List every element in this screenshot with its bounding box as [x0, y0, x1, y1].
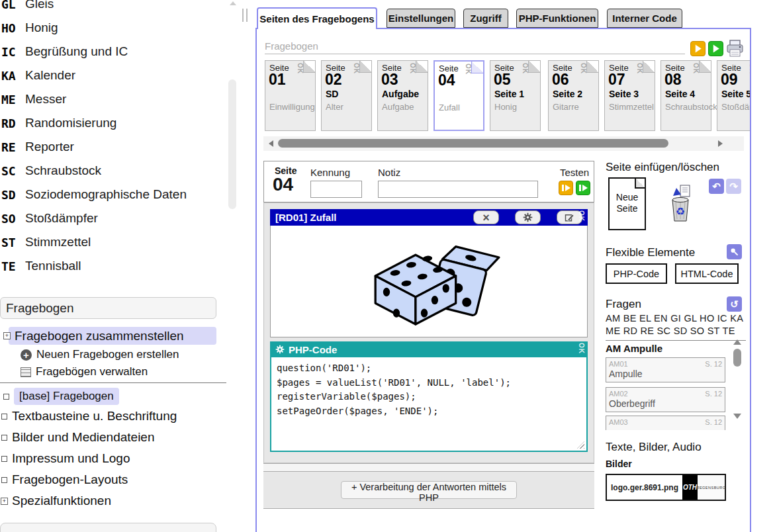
- questions-scrollbar-thumb[interactable]: [733, 349, 741, 367]
- page-number: 04: [273, 174, 293, 195]
- sidebar-item-neuen-fragebogen-erstellen[interactable]: + Neuen Fragebogen erstellen: [21, 347, 179, 363]
- new-page-draggable[interactable]: Neue Seite: [608, 177, 646, 230]
- tab-einstellungen[interactable]: Einstellungen: [387, 9, 455, 28]
- new-page-label: Neue Seite: [610, 192, 645, 214]
- splitter-handle[interactable]: [246, 9, 248, 22]
- question-code-filter-line1[interactable]: AM BE EL EN GI GL HO IC KA: [606, 313, 743, 324]
- question-card-am03[interactable]: AM03 S. 12: [606, 416, 725, 430]
- questions-scroll-up-arrow[interactable]: [733, 339, 741, 345]
- test-page-yellow-button[interactable]: [559, 181, 573, 195]
- sidebar-item-fragebogen-zusammenstellen[interactable]: + Fragebogen zusammenstellen: [9, 327, 216, 345]
- scrollbar-thumb[interactable]: [278, 139, 668, 148]
- php-block-header: PHP-Code OK: [270, 341, 588, 357]
- sidebar-item-ho[interactable]: HOHonig: [1, 16, 220, 40]
- start-play-green-button[interactable]: [708, 41, 723, 56]
- question-code: AM02: [609, 390, 628, 398]
- tile-number: 07: [608, 71, 625, 89]
- sidebar-item-textbausteine[interactable]: Textbausteine u. Beschriftung: [1, 408, 177, 425]
- php-code-text[interactable]: question('RD01'); $pages = valueList('RD…: [277, 361, 581, 418]
- redo-button[interactable]: ↷: [726, 179, 741, 194]
- sidebar-item-base-fragebogen[interactable]: [base] Fragebogen: [3, 388, 119, 405]
- php-code-editor[interactable]: question('RD01'); $pages = valueList('RD…: [270, 357, 588, 452]
- tile-label: Stoßdämpfer: [721, 102, 750, 112]
- sidebar-item-ka[interactable]: KAKalender: [1, 64, 220, 87]
- menu-label: Spezialfunktionen: [12, 494, 111, 508]
- gear-icon: [523, 212, 533, 222]
- preview-play-yellow-button[interactable]: [690, 41, 706, 56]
- sidebar-item-st[interactable]: STStimmzettel: [1, 230, 220, 254]
- sidebar-item-re[interactable]: REReporter: [1, 135, 220, 159]
- sidebar-item-impressum-logo[interactable]: Impressum und Logo: [1, 450, 130, 467]
- tree-expand-icon[interactable]: +: [3, 332, 11, 339]
- tree-leaf-icon[interactable]: [1, 477, 7, 483]
- page-tile-02[interactable]: OKSeite02SDAlter: [321, 60, 372, 131]
- notiz-input[interactable]: [378, 181, 538, 198]
- print-button[interactable]: [726, 40, 744, 57]
- sidebar-item-fragebogen-layouts[interactable]: Fragebogen-Layouts: [1, 471, 128, 488]
- delete-question-button[interactable]: ×: [473, 210, 499, 224]
- notiz-label: Notiz: [378, 167, 400, 178]
- sidebar-scroll-up-arrow[interactable]: [230, 1, 236, 5]
- page-tile-08[interactable]: OKSeite08Seite 4Schraubstock: [661, 60, 711, 131]
- tree-expand-icon[interactable]: +: [1, 498, 8, 505]
- tile-label: Gitarre: [553, 102, 579, 112]
- sidebar-item-sc[interactable]: SCSchraubstock: [1, 159, 220, 183]
- scroll-left-arrow[interactable]: [269, 140, 273, 147]
- ok-marker: OK: [409, 63, 416, 74]
- sidebar-item-ic[interactable]: ICBegrüßung und IC: [1, 40, 220, 64]
- page-tile-01[interactable]: OKSeite01Einwilligung: [265, 60, 316, 131]
- test-page-green-button[interactable]: [576, 181, 590, 195]
- page-tile-05[interactable]: OKSeite05Seite 1Honig: [490, 60, 541, 131]
- tree-leaf-icon[interactable]: [3, 394, 9, 400]
- question-preview[interactable]: [270, 226, 588, 337]
- php-code-element-button[interactable]: PHP-Code: [606, 263, 667, 284]
- sidebar-item-te[interactable]: TETennisball: [1, 254, 220, 278]
- page-tile-07[interactable]: OKSeite07Seite 3Stimmzettel: [604, 60, 655, 131]
- question-card-am01[interactable]: AM01 S. 12 Ampulle: [606, 357, 725, 382]
- tab-seiten-des-fragebogens[interactable]: Seiten des Fragebogens: [257, 7, 377, 29]
- tile-label: Zufall: [439, 103, 460, 112]
- sidebar-bottom-panel: [0, 523, 216, 532]
- sidebar-scrollbar[interactable]: [228, 79, 236, 209]
- tab-interner-code[interactable]: Interner Code: [607, 9, 682, 28]
- sidebar-item-gl[interactable]: GLGleis: [1, 0, 220, 16]
- trash-drop-target[interactable]: ♻: [667, 184, 694, 224]
- question-block-header: [RD01] Zufall × OK: [270, 209, 588, 226]
- gear-icon: [275, 345, 285, 354]
- sidebar-item-spezialfunktionen[interactable]: + Spezialfunktionen: [1, 492, 111, 510]
- tile-number: 06: [552, 71, 569, 89]
- undo-button[interactable]: ↶: [709, 179, 724, 194]
- refresh-questions-button[interactable]: ↺: [727, 296, 742, 312]
- kennung-input[interactable]: [310, 181, 362, 198]
- page-tile-04-selected[interactable]: OKSeite04Zufall: [433, 60, 484, 131]
- question-card-am02[interactable]: AM02 S. 12 Oberbegriff: [606, 387, 725, 412]
- page-tile-03[interactable]: OKSeite03AufgabeAufgabe: [377, 60, 428, 131]
- sidebar-item-frageboegen-verwalten[interactable]: Fragebögen verwalten: [21, 364, 148, 380]
- pin-button[interactable]: [727, 244, 742, 259]
- page-tile-09[interactable]: OKSeite09Seite 5Stoßdämpfer: [717, 60, 750, 131]
- image-card-logo[interactable]: logo.ger.8691.png OTH REGENSBURG: [606, 474, 726, 501]
- questions-scroll-down-arrow[interactable]: [733, 414, 741, 419]
- page-tile-strip: OKSeite01Einwilligung OKSeite02SDAlter O…: [263, 60, 750, 134]
- page-tile-06[interactable]: OKSeite06Seite 2Gitarre: [548, 60, 599, 131]
- tree-leaf-icon[interactable]: [1, 414, 7, 420]
- html-code-element-button[interactable]: HTML-Code: [675, 263, 739, 284]
- sidebar-item-sd[interactable]: SDSoziodemographische Daten: [1, 183, 220, 206]
- pages-horizontal-scrollbar[interactable]: [263, 136, 744, 151]
- add-php-processing-button[interactable]: + Verarbeitung der Antworten mittels PHP: [341, 481, 517, 499]
- sidebar-item-so[interactable]: SOStoßdämpfer: [1, 206, 220, 230]
- sidebar-item-rd[interactable]: RDRandomisierung: [1, 111, 220, 135]
- splitter-handle[interactable]: [242, 9, 244, 22]
- tree-leaf-icon[interactable]: [1, 456, 7, 462]
- sidebar-item-bilder-mediendateien[interactable]: Bilder und Mediendateien: [1, 429, 155, 446]
- scroll-right-arrow[interactable]: [718, 140, 723, 147]
- kennung-label: Kennung: [310, 167, 350, 178]
- question-code-filter-line2[interactable]: ME RD RE SC SD SO ST TE: [606, 326, 735, 336]
- tree-leaf-icon[interactable]: [1, 435, 7, 441]
- ok-marker: OK: [580, 63, 587, 74]
- tab-zugriff[interactable]: Zugriff: [463, 9, 508, 28]
- resize-handle[interactable]: [577, 441, 584, 449]
- tab-php-funktionen[interactable]: PHP-Funktionen: [516, 9, 598, 28]
- sidebar-item-me[interactable]: MEMesser: [1, 87, 220, 111]
- question-settings-button[interactable]: [515, 210, 541, 224]
